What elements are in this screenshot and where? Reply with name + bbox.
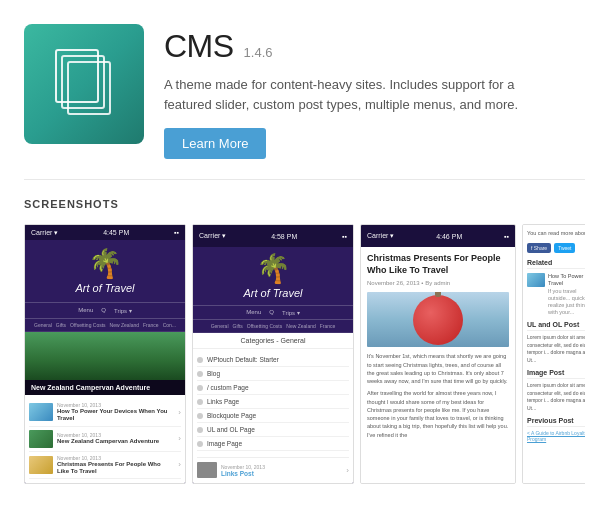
ss1-topbar: Carrier ▾ 4:45 PM ▪▪ xyxy=(25,225,185,240)
list-bullet xyxy=(197,427,203,433)
list-thumb xyxy=(29,430,53,448)
ss2-category-header: Categories - General xyxy=(193,333,353,349)
list-bullet xyxy=(197,371,203,377)
ss4-intro: You can read more about... xyxy=(527,229,585,237)
ss1-logo-area: 🌴 Art of Travel xyxy=(25,240,185,302)
ss2-time: 4:58 PM xyxy=(271,233,297,240)
ornament-cap xyxy=(435,292,441,297)
list-item: Blog xyxy=(197,367,349,381)
ss1-img-placeholder xyxy=(25,332,185,380)
ss3-topbar: Carrier ▾ 4:46 PM ▪▪ xyxy=(361,225,515,247)
tweet-button[interactable]: Tweet xyxy=(554,243,575,253)
list-item: UL and OL Page xyxy=(197,423,349,437)
ss4-image-title: Image Post xyxy=(527,369,585,379)
ss4-content: You can read more about... f Share Tweet… xyxy=(523,225,585,483)
arrow-icon: › xyxy=(178,408,181,417)
ss4-ul-ol-text: Lorem ipsum dolor sit amet, consectetur … xyxy=(527,334,585,364)
ss2-carrier: Carrier ▾ xyxy=(199,232,226,240)
palm-tree-icon: 🌴 xyxy=(88,250,123,278)
list-bullet xyxy=(197,385,203,391)
screenshots-section: SCREENSHOTS Carrier ▾ 4:45 PM ▪▪ 🌴 Art o… xyxy=(0,180,609,500)
list-item: / custom Page xyxy=(197,381,349,395)
list-bullet xyxy=(197,399,203,405)
header-content: CMS 1.4.6 A theme made for content-heavy… xyxy=(164,24,585,159)
list-item: Blockquote Page xyxy=(197,409,349,423)
ss2-battery: ▪▪ xyxy=(342,233,347,240)
ss3-article-title: Christmas Presents For People Who Like T… xyxy=(367,253,509,276)
list-thumb xyxy=(29,456,53,474)
screenshot-3[interactable]: Carrier ▾ 4:46 PM ▪▪ Christmas Presents … xyxy=(360,224,516,484)
ss1-nav-menu: Menu xyxy=(78,307,93,314)
arrow-icon: › xyxy=(178,460,181,469)
ss1-time: 4:45 PM xyxy=(103,229,129,236)
theme-description: A theme made for content-heavy sites. In… xyxy=(164,75,554,114)
list-item: Image Page xyxy=(197,437,349,451)
ss1-list: November 10, 2013 How To Power Your Devi… xyxy=(25,395,185,483)
ss2-logo-area: 🌴 Art of Travel xyxy=(193,247,353,305)
links-thumb xyxy=(197,462,217,478)
list-bullet xyxy=(197,413,203,419)
ss4-related-item: How To Power You TravelIf you travel out… xyxy=(527,273,585,316)
ss4-previous-link[interactable]: < A Guide to Airbnb Loyalty Program xyxy=(527,430,585,442)
learn-more-button[interactable]: Learn More xyxy=(164,128,266,159)
ss2-topbar: Carrier ▾ 4:58 PM ▪▪ xyxy=(193,225,353,247)
ss3-body-text-2: After travelling the world for almost th… xyxy=(367,389,509,439)
ss3-battery: ▪▪ xyxy=(504,233,509,240)
ss3-carrier: Carrier ▾ xyxy=(367,232,394,240)
pages-icon xyxy=(49,49,119,119)
list-text: November 10, 2013 Christmas Presents For… xyxy=(57,455,174,475)
related-thumb xyxy=(527,273,545,287)
ss1-menu: General Gifts Offsetting Costs New Zeala… xyxy=(25,319,185,332)
list-text: November 10, 2013 New Zealand Campervan … xyxy=(57,432,174,445)
ss4-share-row: f Share Tweet xyxy=(527,243,585,253)
list-item: November 10, 2013 How To Power Your Devi… xyxy=(29,399,181,426)
ss2-nav: Menu Q Trips ▾ xyxy=(193,305,353,320)
list-item: Links Page xyxy=(197,395,349,409)
header-section: CMS 1.4.6 A theme made for content-heavy… xyxy=(0,0,609,179)
list-thumb xyxy=(29,403,53,421)
page-layer-3 xyxy=(55,49,99,103)
list-item: November 10, 2013 New Zealand Campervan … xyxy=(29,427,181,452)
ss3-content: Christmas Presents For People Who Like T… xyxy=(361,247,515,483)
ss1-caption: New Zealand Campervan Adventure xyxy=(25,380,185,395)
list-item: WPtouch Default: Starter xyxy=(197,353,349,367)
links-post-item: November 10, 2013 Links Post › xyxy=(197,457,349,478)
ornament xyxy=(413,295,463,345)
arrow-icon: › xyxy=(178,434,181,443)
title-row: CMS 1.4.6 xyxy=(164,28,585,65)
ss1-battery: ▪▪ xyxy=(174,229,179,236)
ss2-brand: Art of Travel xyxy=(243,287,302,299)
screenshot-4[interactable]: You can read more about... f Share Tweet… xyxy=(522,224,585,484)
list-bullet xyxy=(197,441,203,447)
ss4-image-text: Lorem ipsum dolor sit amet, consectetur … xyxy=(527,382,585,412)
ss3-body-text-1: It's November 1st, which means that shor… xyxy=(367,352,509,385)
screenshots-label: SCREENSHOTS xyxy=(24,198,585,210)
list-item: November 10, 2013 Christmas Presents For… xyxy=(29,452,181,479)
list-text: November 10, 2013 How To Power Your Devi… xyxy=(57,402,174,422)
screenshot-1[interactable]: Carrier ▾ 4:45 PM ▪▪ 🌴 Art of Travel Men… xyxy=(24,224,186,484)
screenshot-2[interactable]: Carrier ▾ 4:58 PM ▪▪ 🌴 Art of Travel Men… xyxy=(192,224,354,484)
list-bullet xyxy=(197,357,203,363)
palm-tree-icon-2: 🌴 xyxy=(256,255,291,283)
ss3-meta: November 26, 2013 • By admin xyxy=(367,280,509,286)
ss1-brand: Art of Travel xyxy=(75,282,134,294)
screenshots-grid: Carrier ▾ 4:45 PM ▪▪ 🌴 Art of Travel Men… xyxy=(24,224,585,484)
ss1-nav-trips: Trips ▾ xyxy=(114,307,132,314)
ornament-ball xyxy=(413,295,463,345)
ss2-category-title: Categories - General xyxy=(199,337,347,344)
arrow-icon: › xyxy=(346,466,349,475)
ss1-featured-image xyxy=(25,332,185,380)
ss4-related-title: Related xyxy=(527,259,585,269)
ss3-time: 4:46 PM xyxy=(436,233,462,240)
theme-icon xyxy=(24,24,144,144)
version-badge: 1.4.6 xyxy=(244,45,273,60)
ss2-list: WPtouch Default: Starter Blog / custom P… xyxy=(193,349,353,483)
ss1-carrier: Carrier ▾ xyxy=(31,229,58,237)
ss2-menu: General Gifts Offsetting Costs New Zeala… xyxy=(193,320,353,333)
ss4-previous-title: Previous Post xyxy=(527,417,585,427)
related-text: How To Power You TravelIf you travel out… xyxy=(548,273,585,316)
ss1-nav: Menu Q Trips ▾ xyxy=(25,302,185,319)
ss1-nav-search: Q xyxy=(101,307,106,314)
ss4-ul-ol-title: UL and OL Post xyxy=(527,321,585,331)
share-button[interactable]: f Share xyxy=(527,243,551,253)
